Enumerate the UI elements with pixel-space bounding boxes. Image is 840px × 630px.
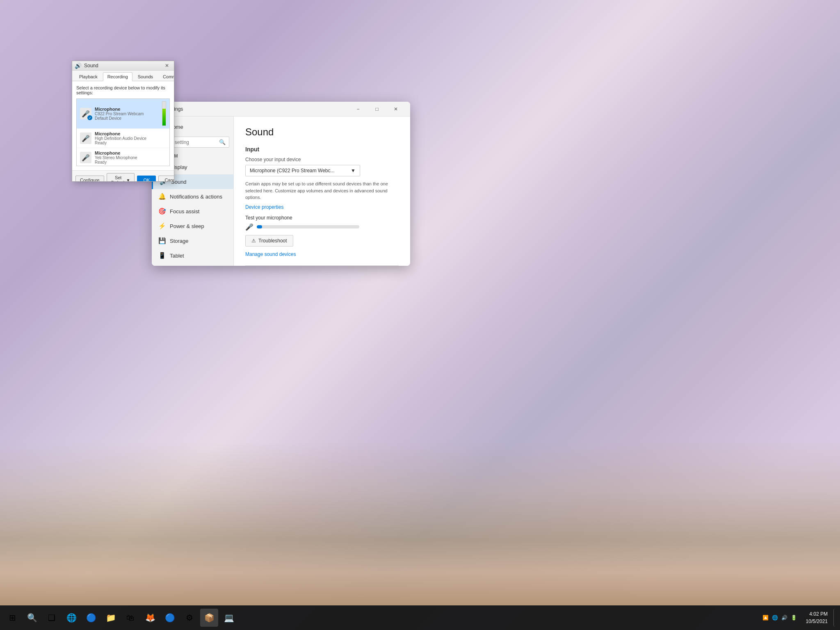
- recording-device-3[interactable]: 🎤 Microphone Yeti Stereo Microphone Read…: [77, 148, 169, 166]
- edge-button[interactable]: 🔵: [82, 609, 100, 627]
- recording-device-list: 🎤 ✓ Microphone C922 Pro Stream Webcam De…: [76, 98, 170, 166]
- tab-playback[interactable]: Playback: [75, 72, 102, 81]
- device-1-check: ✓: [87, 115, 92, 120]
- device-2-info: Microphone High Definition Audio Device …: [95, 131, 146, 145]
- input-section-heading: Input: [245, 146, 399, 153]
- notifications-icon: 🔔: [158, 193, 166, 200]
- desktop: ⚙ Settings − □ ✕ 🏠 Home 🔍 System: [0, 0, 840, 630]
- sound-dialog-title: Sound: [84, 63, 162, 68]
- focus-label: Focus assist: [170, 208, 199, 215]
- cancel-label: Cancel: [164, 178, 174, 182]
- window-controls: − □ ✕: [349, 102, 405, 116]
- taskbar-left: ⊞ 🔍 ❑ 🌐 🔵 📁 🛍 🦊 🔵 ⚙ 📦 💻: [3, 609, 238, 627]
- device-3-name: Microphone: [95, 151, 137, 155]
- sidebar-item-focus[interactable]: 🎯 Focus assist: [152, 204, 233, 219]
- tablet-label: Tablet: [170, 253, 184, 259]
- device-1-info: Microphone C922 Pro Stream Webcam Defaul…: [95, 107, 144, 121]
- settings-content: Sound Input Choose your input device Mic…: [234, 116, 410, 266]
- manage-sound-devices-link[interactable]: Manage sound devices: [245, 251, 399, 257]
- start-button[interactable]: ⊞: [3, 609, 21, 627]
- settings-titlebar: ⚙ Settings − □ ✕: [152, 102, 410, 116]
- sidebar-item-tablet[interactable]: 📱 Tablet: [152, 248, 233, 263]
- mic-level-fill: [257, 225, 262, 228]
- dialog-instruction: Select a recording device below to modif…: [76, 85, 170, 95]
- store-button[interactable]: 🛍: [121, 609, 139, 627]
- search-icon[interactable]: 🔍: [216, 137, 229, 147]
- widgets-button[interactable]: 🌐: [62, 609, 80, 627]
- maximize-button[interactable]: □: [368, 102, 386, 116]
- input-info-text: Certain apps may be set up to use differ…: [245, 180, 397, 201]
- power-icon: ⚡: [158, 222, 166, 230]
- tab-recording[interactable]: Recording: [103, 72, 132, 81]
- test-microphone-label: Test your microphone: [245, 215, 399, 221]
- minimize-button[interactable]: −: [349, 102, 368, 116]
- sound-dialog-tabs: Playback Recording Sounds Communications: [72, 71, 174, 81]
- settings-body: 🏠 Home 🔍 System 🖥 Display 🔊 Sound: [152, 116, 410, 266]
- firefox-button[interactable]: 🦊: [141, 609, 159, 627]
- task-view-button[interactable]: ❑: [43, 609, 61, 627]
- volume-icon[interactable]: 🔊: [781, 615, 788, 621]
- device-1-volume-fill: [162, 109, 166, 126]
- section-divider: [245, 265, 399, 266]
- recording-device-1[interactable]: 🎤 ✓ Microphone C922 Pro Stream Webcam De…: [77, 99, 169, 129]
- sidebar-item-power[interactable]: ⚡ Power & sleep: [152, 219, 233, 233]
- search-taskbar-button[interactable]: 🔍: [23, 609, 41, 627]
- choose-device-label: Choose your input device: [245, 157, 399, 162]
- taskbar-sys-icons: 🔼 🌐 🔊 🔋: [759, 615, 800, 621]
- tab-playback-label: Playback: [79, 74, 98, 79]
- configure-button[interactable]: Configure: [75, 176, 104, 182]
- settings-window: ⚙ Settings − □ ✕ 🏠 Home 🔍 System: [152, 102, 410, 266]
- battery-icon[interactable]: 🔋: [791, 615, 797, 621]
- set-default-button[interactable]: Set Default ▼: [107, 173, 135, 182]
- input-device-dropdown[interactable]: Microphone (C922 Pro Stream Webc... ▼: [245, 165, 360, 176]
- clock-time: 4:02 PM: [806, 610, 828, 618]
- device-3-model: Yeti Stereo Microphone: [95, 155, 137, 160]
- sound-dialog-close-button[interactable]: ✕: [162, 61, 171, 70]
- sidebar-item-multitasking[interactable]: ⧉ Multitasking: [152, 263, 233, 266]
- settings-taskbar-button[interactable]: ⚙: [180, 609, 199, 627]
- device-2-name: Microphone: [95, 131, 146, 136]
- cancel-button[interactable]: Cancel: [158, 176, 174, 182]
- ok-button[interactable]: OK: [137, 176, 156, 182]
- recording-device-2[interactable]: 🎤 Microphone High Definition Audio Devic…: [77, 129, 169, 148]
- device-1-volume-bar: [162, 101, 166, 126]
- storage-label: Storage: [170, 238, 189, 244]
- show-desktop-button[interactable]: [833, 609, 837, 627]
- device-properties-link[interactable]: Device properties: [245, 204, 399, 210]
- device-1-icon: 🎤 ✓: [80, 108, 91, 119]
- powershell-button[interactable]: 📦: [200, 609, 218, 627]
- input-device-value: Microphone (C922 Pro Stream Webc...: [250, 168, 335, 173]
- troubleshoot-warning-icon: ⚠: [251, 238, 256, 244]
- focus-icon: 🎯: [158, 208, 166, 215]
- device-1-name: Microphone: [95, 107, 144, 112]
- power-label: Power & sleep: [170, 223, 204, 229]
- taskbar: ⊞ 🔍 ❑ 🌐 🔵 📁 🛍 🦊 🔵 ⚙ 📦 💻 🔼 🌐 🔊 🔋 4:02 PM …: [0, 605, 840, 630]
- network-icon[interactable]: 🌐: [772, 615, 778, 621]
- tab-communications-label: Communications: [163, 74, 174, 79]
- tab-communications[interactable]: Communications: [158, 72, 174, 81]
- dropdown-chevron-icon: ▼: [351, 168, 356, 173]
- chrome-button[interactable]: 🔵: [161, 609, 179, 627]
- device-2-model: High Definition Audio Device: [95, 136, 146, 141]
- close-button[interactable]: ✕: [386, 102, 405, 116]
- taskbar-clock[interactable]: 4:02 PM 10/5/2021: [803, 610, 831, 625]
- device-2-status: Ready: [95, 141, 146, 145]
- troubleshoot-button[interactable]: ⚠ Troubleshoot: [245, 235, 293, 247]
- clock-date: 10/5/2021: [806, 618, 828, 625]
- sidebar-item-storage[interactable]: 💾 Storage: [152, 233, 233, 248]
- chevron-up-icon[interactable]: 🔼: [762, 615, 769, 621]
- device-1-status: Default Device: [95, 116, 144, 121]
- sound-dialog-footer: Configure Set Default ▼ OK Cancel: [72, 170, 174, 182]
- file-explorer-button[interactable]: 📁: [102, 609, 120, 627]
- tab-sounds[interactable]: Sounds: [133, 72, 158, 81]
- device-2-icon: 🎤: [80, 132, 91, 144]
- sound-dialog: 🔊 Sound ✕ Playback Recording Sounds Comm…: [72, 61, 174, 182]
- ok-label: OK: [143, 178, 150, 182]
- tablet-icon: 📱: [158, 252, 166, 259]
- terminal-button[interactable]: 💻: [220, 609, 238, 627]
- settings-window-title: Settings: [165, 106, 349, 112]
- sidebar-item-notifications[interactable]: 🔔 Notifications & actions: [152, 189, 233, 204]
- taskbar-right: 🔼 🌐 🔊 🔋 4:02 PM 10/5/2021: [759, 609, 837, 627]
- storage-icon: 💾: [158, 237, 166, 244]
- mic-bar-container: 🎤: [245, 223, 399, 231]
